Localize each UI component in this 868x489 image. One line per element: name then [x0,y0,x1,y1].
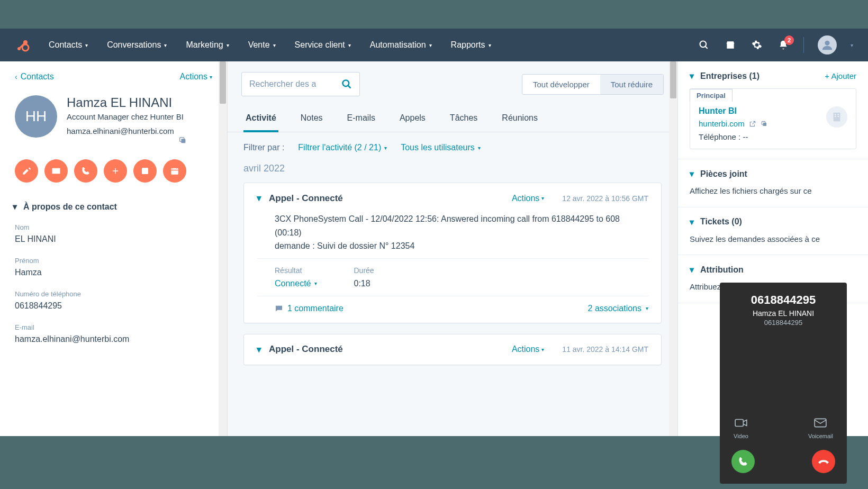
marketplace-icon[interactable] [724,39,737,51]
tab-activite[interactable]: Activité [243,108,278,132]
scrollbar[interactable] [219,61,227,436]
activity-pane: Tout développer Tout réduire Activité No… [228,61,677,436]
search-input[interactable] [249,79,336,89]
copy-icon[interactable] [178,136,187,144]
associations-dropdown[interactable]: 2 associations▾ [588,304,648,313]
collapse-all-button[interactable]: Tout réduire [600,75,663,94]
field-value-phone[interactable]: 0618844295 [15,301,212,311]
company-card: Principal Hunter BI hunterbi.com Télépho… [690,88,856,149]
contact-avatar: HH [15,95,57,138]
svg-rect-17 [835,116,836,117]
svg-rect-19 [735,420,743,427]
tab-emails[interactable]: E-mails [345,108,377,132]
svg-line-4 [706,47,708,49]
month-header: avril 2022 [228,163,677,183]
answer-call-button[interactable] [731,450,755,473]
add-button[interactable] [104,159,127,183]
card-title: Appel - Connecté [269,193,343,204]
video-icon [734,416,748,430]
nav-automatisation[interactable]: Automatisation▾ [370,40,432,50]
nav-conversations[interactable]: Conversations▾ [107,40,167,50]
external-link-icon[interactable] [749,120,756,128]
hubspot-logo[interactable] [15,37,31,53]
duration-label: Durée [354,266,374,275]
result-label: Résultat [275,266,317,275]
activity-search[interactable] [241,72,360,96]
card-collapse-toggle[interactable]: ▾ [257,193,261,204]
field-value-nom[interactable]: EL HINANI [15,234,212,244]
tab-reunions[interactable]: Réunions [500,108,540,132]
note-button[interactable] [15,159,38,183]
svg-rect-8 [142,168,148,174]
card-actions-dropdown[interactable]: Actions▾ [512,194,544,203]
nav-marketing[interactable]: Marketing▾ [186,40,229,50]
log-button[interactable] [133,159,157,183]
svg-point-2 [22,44,29,51]
call-sub-number: 0618844295 [764,319,802,327]
card-title: Appel - Connecté [269,344,343,355]
settings-icon[interactable] [751,39,763,51]
call-button[interactable] [74,159,97,183]
contact-email: hamza.elhinani@hunterbi.com [67,125,174,137]
company-name-link[interactable]: Hunter BI [699,106,768,116]
tab-appels[interactable]: Appels [397,108,428,132]
incoming-call-panel: 0618844295 Hamza EL HINANI 0618844295 Vi… [720,283,847,484]
contact-actions-dropdown[interactable]: Actions▾ [180,72,212,82]
email-button[interactable] [44,159,68,183]
nav-rapports[interactable]: Rapports▾ [451,40,491,50]
duration-value: 0:18 [354,279,374,288]
svg-rect-20 [815,419,827,427]
add-company-button[interactable]: + Ajouter [825,71,856,80]
voicemail-button[interactable]: Voicemail [808,416,833,439]
comment-icon [275,304,283,313]
filter-activity-dropdown[interactable]: Filtrer l'activité (2 / 21)▾ [298,143,387,152]
companies-section-toggle[interactable]: ▾Entreprises (1) [690,71,760,81]
meeting-button[interactable] [163,159,186,183]
nav-service[interactable]: Service client▾ [295,40,351,50]
attachments-placeholder-text: Affichez les fichiers chargés sur ce [690,185,856,197]
call-number: 0618844295 [751,293,816,307]
tab-taches[interactable]: Tâches [448,108,480,132]
search-icon[interactable] [698,39,710,51]
user-avatar[interactable] [818,35,837,55]
search-icon[interactable] [341,79,352,89]
notifications-icon[interactable]: 2 [777,39,790,51]
about-section-toggle[interactable]: ▾À propos de ce contact [0,195,227,218]
company-domain-link[interactable]: hunterbi.com [699,119,745,128]
svg-rect-9 [171,168,178,175]
attachments-section-toggle[interactable]: ▾Pièces joint [690,169,747,179]
contact-job-title: Account Manager chez Hunter BI [67,112,212,121]
svg-point-10 [343,80,349,87]
svg-rect-14 [834,113,840,122]
comments-link[interactable]: 1 commentaire [275,304,343,313]
company-logo-placeholder [826,106,847,128]
left-sidebar: ‹Contacts Actions▾ HH Hamza EL HINANI Ac… [0,61,228,436]
user-menu-chevron[interactable]: ▾ [851,42,853,48]
tickets-section-toggle[interactable]: ▾Tickets (0) [690,217,742,227]
nav-vente[interactable]: Vente▾ [248,40,276,50]
tab-notes[interactable]: Notes [299,108,325,132]
principal-badge: Principal [690,89,733,102]
nav-contacts[interactable]: Contacts▾ [49,40,88,50]
card-timestamp: 12 avr. 2022 à 10:56 GMT [562,194,648,203]
field-value-email[interactable]: hamza.elhinani@hunterbi.com [15,334,212,344]
svg-rect-12 [763,122,766,125]
filter-users-dropdown[interactable]: Tous les utilisateurs▾ [401,143,481,152]
field-label-nom: Nom [15,223,212,231]
scrollbar[interactable] [669,61,677,436]
decline-call-button[interactable] [812,450,835,473]
expand-all-button[interactable]: Tout développer [522,75,600,94]
card-collapse-toggle[interactable]: ▾ [257,344,261,355]
back-to-contacts[interactable]: ‹Contacts [15,72,54,82]
card-actions-dropdown[interactable]: Actions▾ [512,345,544,354]
video-button[interactable]: Video [734,416,748,439]
copy-icon[interactable] [761,120,768,128]
filter-label: Filtrer par : [243,143,284,152]
svg-rect-16 [838,114,839,115]
tickets-placeholder-text: Suivez les demandes associées à ce [690,233,856,246]
attribution-section-toggle[interactable]: ▾Attribution [690,265,744,275]
svg-point-3 [700,41,707,48]
result-value-dropdown[interactable]: Connecté▾ [275,279,317,288]
field-value-prenom[interactable]: Hamza [15,268,212,277]
card-body-line: 3CX PhoneSystem Call - 12/04/2022 12:56:… [275,212,648,239]
